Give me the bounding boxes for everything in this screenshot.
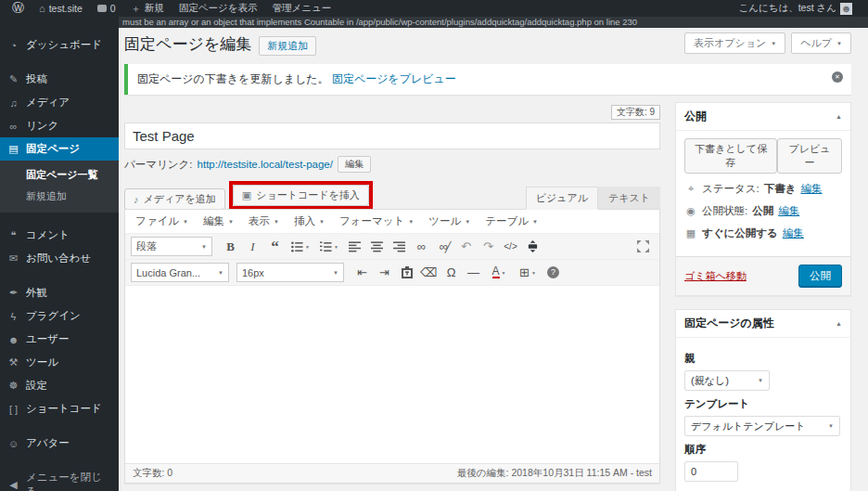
- menu-view[interactable]: 表示▼: [242, 212, 286, 231]
- remove-link-button[interactable]: ∞: [433, 238, 454, 256]
- menu-tools[interactable]: ツール▼: [422, 212, 477, 231]
- menu-table[interactable]: テーブル▼: [479, 212, 544, 231]
- admin-bar-left: Ⓦ ⌂ test.site 0 ＋ 新規 固定ページを表示 管理メニュー: [6, 0, 338, 17]
- sidebar-item-comments[interactable]: ❝ コメント: [0, 224, 119, 247]
- blockquote-button[interactable]: “: [264, 238, 286, 256]
- collapse-toggle-icon[interactable]: ▲: [836, 113, 842, 120]
- italic-button[interactable]: I: [242, 238, 263, 256]
- sidebar-item-appearance[interactable]: ✒ 外観: [0, 281, 119, 304]
- paste-as-text-button[interactable]: [396, 264, 417, 282]
- undo-button[interactable]: ↶: [455, 238, 477, 256]
- admin-bar-right: こんにちは、test さん ☻: [732, 0, 859, 17]
- wordpress-logo-icon[interactable]: Ⓦ: [6, 0, 31, 17]
- collapse-toggle-icon[interactable]: ▲: [836, 320, 842, 327]
- sidebar-subitem-pages-list[interactable]: 固定ページ一覧: [0, 164, 119, 186]
- align-right-button[interactable]: [389, 238, 410, 256]
- new-content-menu[interactable]: ＋ 新規: [124, 0, 171, 17]
- attributes-box-header[interactable]: 固定ページの属性 ▲: [676, 310, 850, 338]
- view-page-link[interactable]: 固定ページを表示: [172, 0, 264, 17]
- clear-formatting-button[interactable]: ⌫: [418, 264, 440, 282]
- link-icon: ∞: [417, 239, 426, 253]
- sidebar-item-avatar[interactable]: ☺ アバター: [0, 432, 119, 455]
- outdent-button[interactable]: ⇤: [351, 264, 373, 282]
- numbered-list-button[interactable]: ▼: [315, 238, 343, 256]
- chevron-down-icon: ▼: [218, 270, 223, 276]
- sidebar-item-media[interactable]: ♫ メディア: [0, 91, 119, 114]
- add-media-button[interactable]: ♪ メディアを追加: [124, 188, 225, 210]
- edit-visibility-link[interactable]: 編集: [778, 204, 799, 218]
- sidebar-item-settings[interactable]: ☸ 設定: [0, 374, 119, 397]
- save-draft-button[interactable]: 下書きとして保存: [684, 138, 777, 174]
- sidebar-item-pages[interactable]: ▤ 固定ページ: [0, 137, 119, 161]
- page-title: 固定ページを編集: [124, 32, 251, 57]
- edit-permalink-button[interactable]: 編集: [338, 156, 371, 173]
- menu-insert[interactable]: 挿入▼: [287, 212, 331, 231]
- sidebar-item-shortcode[interactable]: [ ] ショートコード: [0, 397, 119, 420]
- permalink-link[interactable]: http://testsite.local/test-page/: [198, 159, 333, 170]
- content-header: 固定ページを編集 新規追加 表示オプション ▼ ヘルプ ▼: [124, 32, 851, 57]
- bold-button[interactable]: B: [220, 238, 241, 256]
- account-menu[interactable]: こんにちは、test さん ☻: [732, 0, 859, 17]
- tab-visual[interactable]: ビジュアル: [526, 187, 598, 210]
- publish-minor-actions: 下書きとして保存 プレビュー: [684, 138, 842, 174]
- menu-format[interactable]: フォーマット▼: [333, 212, 420, 231]
- table-button[interactable]: ⊞ ▼: [514, 264, 542, 282]
- comments-shortcut[interactable]: 0: [91, 0, 122, 17]
- sidebar-item-contact[interactable]: ✉ お問い合わせ: [0, 247, 119, 270]
- font-size-select[interactable]: 16px ▼: [236, 263, 344, 282]
- post-title-input[interactable]: [124, 123, 660, 149]
- preview-page-link[interactable]: 固定ページをプレビュー: [332, 72, 456, 85]
- help-toolbar-button[interactable]: ?: [542, 264, 564, 282]
- sidebar-subitem-add-new[interactable]: 新規追加: [0, 186, 119, 207]
- dismiss-notice-button[interactable]: ✕: [832, 71, 843, 83]
- sidebar-item-users[interactable]: ☻ ユーザー: [0, 328, 119, 351]
- sidebar-item-plugins[interactable]: ϟ プラグイン: [0, 304, 119, 328]
- publish-button[interactable]: 公開: [798, 265, 842, 288]
- avatar-icon: ☺: [7, 438, 19, 449]
- align-left-button[interactable]: [344, 238, 365, 256]
- code-button[interactable]: </>: [500, 238, 521, 256]
- admin-menu-link[interactable]: 管理メニュー: [265, 0, 338, 17]
- template-select[interactable]: デフォルトテンプレート ▼: [684, 416, 840, 436]
- sidebar-item-tools[interactable]: ⚒ ツール: [0, 351, 119, 374]
- font-family-select[interactable]: Lucida Gran... ▼: [131, 263, 229, 282]
- text-color-button[interactable]: A ▼: [485, 264, 513, 282]
- redo-icon: ↷: [483, 239, 493, 253]
- preview-button[interactable]: プレビュー: [777, 138, 842, 174]
- sidebar-item-links[interactable]: ∞ リンク: [0, 114, 119, 137]
- bullet-list-button[interactable]: ▼: [287, 238, 314, 256]
- move-to-trash-link[interactable]: ゴミ箱へ移動: [684, 269, 747, 283]
- edit-status-link[interactable]: 編集: [801, 182, 823, 196]
- distraction-free-button[interactable]: [522, 238, 543, 256]
- insert-shortcode-button[interactable]: ▣ ショートコードを挿入: [233, 185, 369, 206]
- sidebar-item-dashboard[interactable]: ◔ ダッシュボード: [0, 33, 119, 57]
- content-charcount: 文字数: 0: [133, 467, 172, 480]
- parent-select[interactable]: (親なし) ▼: [684, 370, 770, 391]
- menu-file[interactable]: ファイル▼: [129, 212, 195, 231]
- indent-button[interactable]: ⇥: [374, 264, 395, 282]
- insert-link-button[interactable]: ∞: [411, 238, 432, 256]
- paragraph-format-select[interactable]: 段落 ▼: [131, 237, 212, 256]
- screen-options-button[interactable]: 表示オプション ▼: [684, 32, 785, 54]
- redo-button[interactable]: ↷: [478, 238, 499, 256]
- edit-schedule-link[interactable]: 編集: [783, 226, 804, 240]
- question-icon: ?: [547, 266, 559, 278]
- editor-menubar: ファイル▼ 編集▼ 表示▼ 挿入▼ フォーマット▼ ツール▼ テーブル▼: [125, 210, 659, 234]
- special-character-button[interactable]: Ω: [440, 264, 462, 282]
- horizontal-rule-button[interactable]: ―: [463, 264, 484, 282]
- editor-content-area[interactable]: [125, 286, 659, 463]
- sidebar-item-posts[interactable]: ✎ 投稿: [0, 68, 119, 91]
- chevron-down-icon: ▼: [836, 41, 842, 46]
- order-input[interactable]: [684, 461, 738, 482]
- add-new-button[interactable]: 新規追加: [259, 36, 316, 56]
- tab-text[interactable]: テキスト: [598, 187, 660, 210]
- help-button[interactable]: ヘルプ ▼: [791, 32, 851, 54]
- title-charcount-row: 文字数: 9: [124, 102, 660, 120]
- menu-edit[interactable]: 編集▼: [197, 212, 240, 231]
- fullscreen-button[interactable]: [632, 238, 654, 256]
- site-name-menu[interactable]: ⌂ test.site: [32, 0, 89, 17]
- publish-box-header[interactable]: 公開 ▲: [676, 103, 850, 131]
- sidebar-item-label: メニューを閉じる: [26, 471, 111, 491]
- align-center-button[interactable]: [366, 238, 388, 256]
- sidebar-item-collapse-menu[interactable]: ◀ メニューを閉じる: [0, 466, 119, 491]
